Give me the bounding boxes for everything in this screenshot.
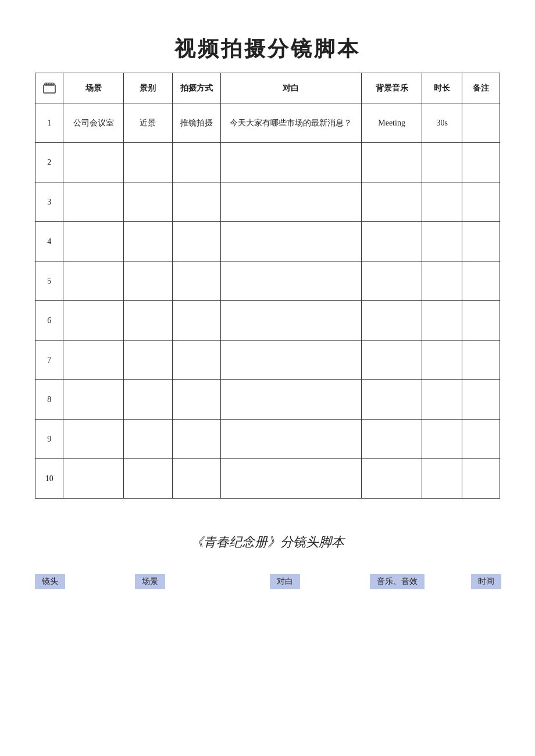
- cell-dialogue: [220, 143, 361, 182]
- cell-notes: [462, 301, 500, 341]
- second-header-yy: 音乐、音效: [370, 574, 425, 589]
- cell-num: 4: [35, 222, 63, 261]
- cell-notes: [462, 182, 500, 222]
- cell-scene: [63, 301, 124, 341]
- cell-method: [172, 380, 220, 420]
- cell-type: [124, 182, 172, 222]
- cell-dialogue: [220, 459, 361, 499]
- header-num-icon: [35, 73, 63, 103]
- cell-scene: [63, 420, 124, 459]
- cell-bgm: Meeting: [362, 103, 422, 143]
- cell-scene: [63, 261, 124, 301]
- cell-notes: [462, 459, 500, 499]
- header-duration: 时长: [422, 73, 462, 103]
- header-dialogue: 对白: [220, 73, 361, 103]
- cell-duration: [422, 222, 462, 261]
- cell-scene: [63, 341, 124, 380]
- cell-type: [124, 420, 172, 459]
- cell-bgm: [362, 222, 422, 261]
- cell-method: [172, 459, 220, 499]
- cell-dialogue: [220, 420, 361, 459]
- cell-bgm: [362, 341, 422, 380]
- header-scene: 场景: [63, 73, 124, 103]
- main-table: 场景 景别 拍摄方式 对白 背景音乐 时长 备注 1公司会议室近景推镜拍摄今天大…: [35, 73, 500, 499]
- second-header-row: 镜头 场景 对白 音乐、音效 时间: [35, 574, 500, 589]
- cell-scene: [63, 182, 124, 222]
- table-row: 7: [35, 341, 500, 380]
- cell-num: 5: [35, 261, 63, 301]
- cell-notes: [462, 103, 500, 143]
- cell-dialogue: 今天大家有哪些市场的最新消息？: [220, 103, 361, 143]
- table-row: 6: [35, 301, 500, 341]
- second-section: 《青春纪念册》分镜头脚本 镜头 场景 对白 音乐、音效 时间: [35, 533, 500, 589]
- cell-bgm: [362, 301, 422, 341]
- page-title: 视频拍摄分镜脚本: [174, 35, 361, 63]
- cell-method: [172, 341, 220, 380]
- cell-dialogue: [220, 301, 361, 341]
- second-header-cj: 场景: [135, 574, 165, 589]
- table-row: 9: [35, 420, 500, 459]
- cell-method: [172, 222, 220, 261]
- cell-duration: [422, 341, 462, 380]
- table-row: 8: [35, 380, 500, 420]
- cell-duration: [422, 459, 462, 499]
- cell-dialogue: [220, 261, 361, 301]
- cell-scene: [63, 459, 124, 499]
- cell-bgm: [362, 182, 422, 222]
- cell-notes: [462, 261, 500, 301]
- table-row: 1公司会议室近景推镜拍摄今天大家有哪些市场的最新消息？Meeting30s: [35, 103, 500, 143]
- cell-scene: [63, 143, 124, 182]
- cell-num: 2: [35, 143, 63, 182]
- cell-duration: [422, 143, 462, 182]
- table-row: 10: [35, 459, 500, 499]
- cell-scene: [63, 380, 124, 420]
- cell-notes: [462, 420, 500, 459]
- cell-notes: [462, 380, 500, 420]
- second-title: 《青春纪念册》分镜头脚本: [191, 533, 344, 551]
- cell-num: 10: [35, 459, 63, 499]
- cell-notes: [462, 143, 500, 182]
- cell-dialogue: [220, 380, 361, 420]
- cell-scene: 公司会议室: [63, 103, 124, 143]
- cell-scene: [63, 222, 124, 261]
- cell-duration: [422, 261, 462, 301]
- header-method: 拍摄方式: [172, 73, 220, 103]
- cell-bgm: [362, 261, 422, 301]
- cell-num: 8: [35, 380, 63, 420]
- cell-method: [172, 182, 220, 222]
- cell-duration: [422, 182, 462, 222]
- table-row: 4: [35, 222, 500, 261]
- cell-duration: [422, 380, 462, 420]
- cell-num: 6: [35, 301, 63, 341]
- cell-method: [172, 420, 220, 459]
- cell-type: [124, 380, 172, 420]
- cell-num: 9: [35, 420, 63, 459]
- cell-duration: 30s: [422, 103, 462, 143]
- cell-dialogue: [220, 222, 361, 261]
- cell-num: 1: [35, 103, 63, 143]
- header-notes: 备注: [462, 73, 500, 103]
- table-row: 5: [35, 261, 500, 301]
- table-row: 2: [35, 143, 500, 182]
- cell-bgm: [362, 143, 422, 182]
- cell-num: 7: [35, 341, 63, 380]
- cell-dialogue: [220, 182, 361, 222]
- cell-method: [172, 301, 220, 341]
- cell-type: [124, 301, 172, 341]
- cell-type: [124, 459, 172, 499]
- cell-num: 3: [35, 182, 63, 222]
- cell-method: [172, 143, 220, 182]
- cell-bgm: [362, 380, 422, 420]
- cell-duration: [422, 301, 462, 341]
- cell-dialogue: [220, 341, 361, 380]
- second-header-jt: 镜头: [35, 574, 65, 589]
- cell-bgm: [362, 420, 422, 459]
- cell-notes: [462, 222, 500, 261]
- cell-type: [124, 143, 172, 182]
- cell-type: [124, 222, 172, 261]
- cell-notes: [462, 341, 500, 380]
- svg-rect-0: [44, 85, 55, 93]
- header-bgm: 背景音乐: [362, 73, 422, 103]
- cell-duration: [422, 420, 462, 459]
- cell-type: 近景: [124, 103, 172, 143]
